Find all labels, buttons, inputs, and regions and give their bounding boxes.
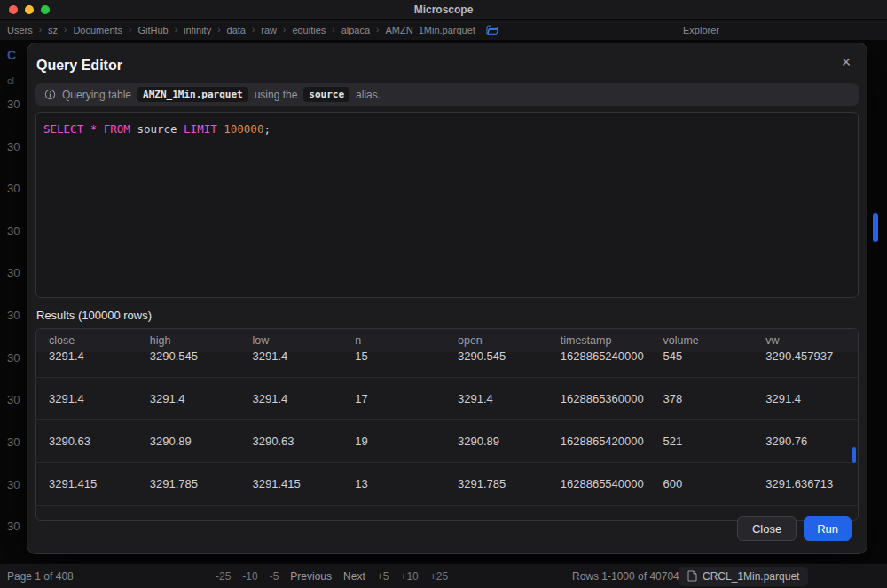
sql-token: ; xyxy=(263,122,271,136)
close-icon[interactable]: × xyxy=(835,51,858,74)
table-cell: 3290.63 xyxy=(242,420,345,463)
breadcrumb-item[interactable]: raw xyxy=(261,25,277,35)
sql-token: SELECT xyxy=(43,122,83,136)
table-cell: 3290.92 xyxy=(36,506,139,521)
table-name-chip: AMZN_1Min.parquet xyxy=(137,87,248,102)
table-row: 3290.923290.923290.92123290.921628865600… xyxy=(36,506,858,521)
breadcrumb-separator: › xyxy=(283,25,286,35)
column-header-vw: vw xyxy=(755,329,858,353)
breadcrumb-items: Users›sz›Documents›GitHub›infinity›data›… xyxy=(7,25,475,35)
info-text-after: alias. xyxy=(356,89,381,101)
table-cell: 378 xyxy=(653,378,756,420)
pager-item[interactable]: +5 xyxy=(377,570,389,583)
pager-item[interactable]: Next xyxy=(343,570,365,583)
pager: -25-10-5PreviousNext+5+10+25 xyxy=(216,570,448,583)
column-header-high: high xyxy=(139,329,242,353)
sql-query: SELECT * FROM source LIMIT 100000; xyxy=(43,122,851,136)
folder-icon[interactable] xyxy=(486,25,498,35)
sql-token xyxy=(83,122,90,136)
table-cell: 600 xyxy=(653,463,756,506)
explorer-label: Explorer xyxy=(683,25,719,35)
table-row: 3291.4153291.7853291.415133291.785162886… xyxy=(36,463,858,506)
breadcrumb-item[interactable]: AMZN_1Min.parquet xyxy=(385,25,475,35)
results-grid: closehighlownopentimestampvolumevw 3291.… xyxy=(36,329,858,520)
info-text-middle: using the xyxy=(255,89,298,101)
table-cell: 1628865600000 xyxy=(550,506,653,521)
table-cell: 3290.89 xyxy=(447,420,550,463)
results-label: Results (100000 rows) xyxy=(36,309,859,322)
modal-title: Query Editor xyxy=(36,58,859,74)
close-button[interactable]: Close xyxy=(737,516,797,541)
table-cell: 12 xyxy=(344,506,447,521)
sql-token: LIMIT xyxy=(184,122,217,136)
column-header-open: open xyxy=(447,329,550,353)
modal-footer: Close Run xyxy=(737,516,852,541)
table-cell: 3291.4 xyxy=(755,378,858,420)
info-text-before: Querying table xyxy=(62,89,131,101)
table-cell: 3291.4 xyxy=(447,378,550,420)
table-header-row: closehighlownopentimestampvolumevw xyxy=(36,329,858,335)
table-cell: 13 xyxy=(344,463,447,506)
pager-item[interactable]: Previous xyxy=(290,570,332,583)
breadcrumb-item[interactable]: GitHub xyxy=(137,25,168,35)
table-cell: 1628865420000 xyxy=(550,420,653,463)
table-cell: 3290.76 xyxy=(755,420,858,463)
sql-token: 100000 xyxy=(224,122,263,136)
file-tab[interactable]: CRCL_1Min.parquet xyxy=(679,567,808,586)
traffic-lights xyxy=(9,0,50,19)
table-cell: 3291.415 xyxy=(36,463,139,506)
table-cell: 3291.785 xyxy=(447,463,550,506)
table-cell: 3291.785 xyxy=(139,463,242,506)
titlebar: Microscope xyxy=(0,0,887,20)
sql-token xyxy=(97,122,104,136)
results-table-scroll[interactable]: closehighlownopentimestampvolumevw 3291.… xyxy=(36,329,858,520)
document-icon xyxy=(687,570,697,582)
breadcrumb-separator: › xyxy=(39,25,42,35)
breadcrumb-item[interactable]: Documents xyxy=(73,25,122,35)
table-cell: 3291.4 xyxy=(242,378,345,420)
sql-editor[interactable]: SELECT * FROM source LIMIT 100000; xyxy=(35,112,859,298)
table-cell: 3291.636713 xyxy=(755,463,858,506)
query-editor-modal: Query Editor × Querying table AMZN_1Min.… xyxy=(27,43,867,554)
pager-item[interactable]: +10 xyxy=(400,570,418,583)
table-cell: 1628865540000 xyxy=(550,463,653,506)
table-cell: 3291.4 xyxy=(36,378,139,420)
table-cell: 521 xyxy=(653,420,756,463)
table-cell: 3291.4 xyxy=(139,378,242,420)
breadcrumb-item[interactable]: alpaca xyxy=(341,25,370,35)
column-header-volume: volume xyxy=(653,329,756,353)
minimize-window-button[interactable] xyxy=(25,5,34,14)
breadcrumb-separator: › xyxy=(217,25,220,35)
column-header-n: n xyxy=(344,329,447,353)
breadcrumb-separator: › xyxy=(64,25,67,35)
sql-token: source xyxy=(130,122,184,136)
table-scrollbar[interactable] xyxy=(852,447,856,463)
table-cell: 3290.92 xyxy=(447,506,550,521)
window-scrollbar[interactable] xyxy=(873,213,878,242)
close-window-button[interactable] xyxy=(9,5,18,14)
breadcrumb-item[interactable]: infinity xyxy=(184,25,211,35)
breadcrumb: Users›sz›Documents›GitHub›infinity›data›… xyxy=(7,25,498,35)
run-button[interactable]: Run xyxy=(804,516,852,541)
alias-chip: source xyxy=(303,87,349,102)
pager-item[interactable]: -10 xyxy=(242,570,257,583)
breadcrumb-bar: Users›sz›Documents›GitHub›infinity›data›… xyxy=(0,20,887,40)
breadcrumb-separator: › xyxy=(252,25,255,35)
page-indicator: Page 1 of 408 xyxy=(7,570,74,583)
zoom-window-button[interactable] xyxy=(41,5,50,14)
breadcrumb-item[interactable]: data xyxy=(227,25,246,35)
table-cell: 17 xyxy=(344,378,447,420)
breadcrumb-item[interactable]: sz xyxy=(48,25,58,35)
breadcrumb-separator: › xyxy=(332,25,334,35)
rows-indicator: Rows 1-1000 of 407045 xyxy=(572,570,685,583)
pager-item[interactable]: -25 xyxy=(216,570,231,583)
table-cell: 19 xyxy=(344,420,447,463)
pager-item[interactable]: -5 xyxy=(270,570,279,583)
table-cell: 3291.415 xyxy=(242,463,345,506)
pager-item[interactable]: +25 xyxy=(430,570,448,583)
breadcrumb-separator: › xyxy=(175,25,177,35)
breadcrumb-item[interactable]: equities xyxy=(292,25,326,35)
breadcrumb-item[interactable]: Users xyxy=(7,25,33,35)
table-row: 3290.633290.893290.63193290.891628865420… xyxy=(36,420,858,463)
results-table: closehighlownopentimestampvolumevw 3291.… xyxy=(35,328,859,521)
